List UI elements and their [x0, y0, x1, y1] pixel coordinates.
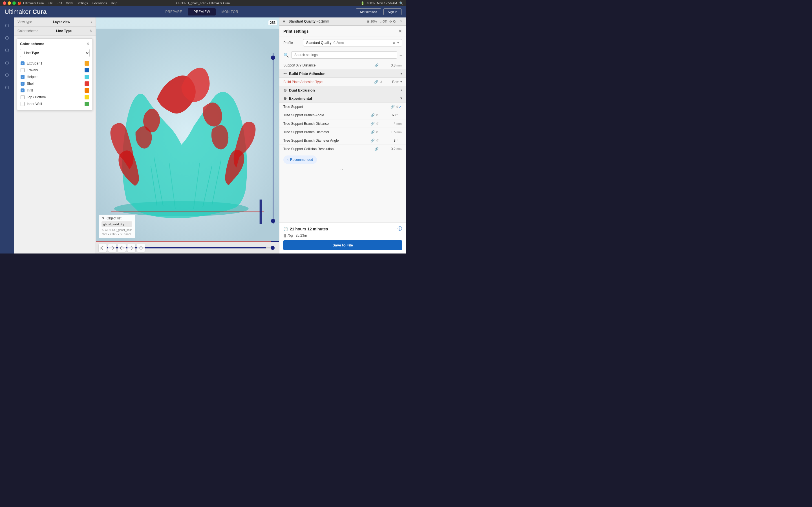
view-type-value[interactable]: Layer view [53, 20, 70, 24]
setting-unit-tree-collision: mm [396, 147, 402, 151]
object-list-toggle-icon: ▼ [101, 216, 105, 220]
chevron-down-icon[interactable]: ▾ [397, 41, 399, 45]
edit-icon: ✎ [101, 228, 104, 231]
tool-support[interactable]: ⬡ [2, 57, 12, 68]
nav-monitor[interactable]: MONITOR [216, 8, 244, 15]
toolbar-btn-2[interactable]: ⬡ [108, 244, 116, 252]
cs-checkbox-helpers[interactable] [20, 75, 24, 79]
support-icon: ⌂ [379, 20, 382, 23]
apple-menu[interactable]: 🍎 [17, 1, 21, 5]
cs-checkbox-infill[interactable] [20, 89, 24, 93]
marketplace-button[interactable]: Marketplace [356, 8, 381, 15]
reset-icon-tree[interactable]: ↺ [396, 105, 399, 109]
adhesion-dropdown-icon[interactable]: ▾ [400, 80, 402, 83]
reset-icon-adhesion[interactable]: ↺ [379, 80, 382, 84]
fullscreen-btn[interactable] [12, 1, 16, 5]
quality-edit-icon[interactable]: ✎ [400, 20, 403, 23]
setting-name-tree-angle: Tree Support Branch Angle [283, 113, 370, 117]
reset-icon-dia-angle[interactable]: ↺ [376, 138, 378, 143]
menu-edit[interactable]: Edit [57, 1, 62, 5]
minimize-btn[interactable] [8, 1, 11, 5]
link-icon-dia-angle[interactable]: 🔗 [370, 138, 375, 143]
link-icon-angle[interactable]: 🔗 [370, 113, 375, 117]
color-scheme-bar: Color scheme Line Type ✎ [14, 27, 96, 36]
main-layout: ⬡ ⬡ ⬡ ⬡ ⬡ ⬡ View type Layer view ‹ Color… [0, 17, 406, 253]
save-to-file-button[interactable]: Save to File [283, 240, 402, 250]
app-logo: Ultimaker Cura [4, 8, 47, 15]
setting-value-tree-distance[interactable]: 4 [378, 122, 396, 126]
print-time-label: 21 hours 12 minutes [290, 227, 328, 231]
link-icon-distance[interactable]: 🔗 [370, 122, 375, 126]
menu-settings[interactable]: Settings [77, 1, 88, 5]
search-settings-input[interactable] [291, 51, 397, 59]
section-chevron-experimental: ▾ [400, 96, 402, 100]
search-icon[interactable]: 🔍 [399, 1, 403, 5]
cs-swatch-travels [85, 68, 89, 72]
fill-grid-icon: ⊞ [367, 20, 369, 23]
section-build-plate-adhesion[interactable]: ⊹ Build Plate Adhesion ▾ [280, 69, 406, 78]
tool-extra[interactable]: ⬡ [2, 82, 12, 93]
reset-icon-diameter[interactable]: ↺ [376, 130, 378, 134]
color-scheme-value[interactable]: Line Type [56, 29, 71, 33]
setting-name-tree-diameter: Tree Support Branch Diameter [283, 130, 370, 134]
filter-icon[interactable]: ≡ [400, 52, 402, 57]
menu-help[interactable]: Help [111, 1, 117, 5]
object-dimensions: 76.9 x 206.5 x 50.6 mm [101, 232, 132, 236]
color-scheme-select[interactable]: Line Type Material Color Speed [20, 49, 90, 57]
link-icon-diameter[interactable]: 🔗 [370, 130, 375, 134]
setting-value-support-xy[interactable]: 0.8 [378, 63, 396, 67]
setting-tree-diameter-angle: Tree Support Branch Diameter Angle 🔗 ↺ 3… [280, 136, 406, 145]
setting-value-adhesion-type[interactable]: Brim [382, 80, 399, 84]
section-dual-extrusion[interactable]: ⊕ Dual Extrusion ‹ [280, 86, 406, 94]
menu-file[interactable]: File [48, 1, 53, 5]
view-panel-collapse[interactable]: ‹ [91, 20, 92, 24]
close-btn[interactable] [3, 1, 6, 5]
tool-color[interactable]: ⬡ [2, 70, 12, 80]
link-icon[interactable]: 🔗 [374, 63, 378, 67]
svg-point-10 [271, 55, 275, 60]
tool-xray[interactable]: ⬡ [2, 33, 12, 43]
menu-extensions[interactable]: Extensions [92, 1, 107, 5]
menu-app[interactable]: Ultimaker Cura [23, 1, 44, 5]
signin-button[interactable]: Sign in [384, 8, 402, 15]
recommended-button[interactable]: ‹ Recommended [283, 156, 317, 164]
info-icon[interactable]: ⓘ [398, 226, 402, 232]
cs-checkbox-shell[interactable] [20, 82, 24, 86]
nav-preview[interactable]: PREVIEW [188, 8, 216, 15]
cs-close-button[interactable]: ✕ [86, 41, 90, 46]
setting-value-tree-diameter-angle[interactable]: 3 [378, 138, 396, 143]
toolbar-btn-1[interactable]: ⬡ [99, 244, 107, 252]
toolbar-btn-5[interactable]: ⬡ [137, 244, 145, 252]
section-experimental[interactable]: ⊕ Experimental ▾ [280, 94, 406, 103]
cs-swatch-innerwall [85, 102, 89, 106]
cs-checkbox-extruder1[interactable] [20, 61, 24, 65]
tool-layers[interactable]: ⬡ [2, 45, 12, 55]
quality-label[interactable]: Standard Quality - 0.2mm [289, 19, 329, 23]
color-scheme-edit-icon[interactable]: ✎ [89, 29, 92, 33]
object-list-header[interactable]: ▼ Object list [101, 216, 132, 220]
cs-checkbox-innerwall[interactable] [20, 102, 24, 106]
link-icon-collision[interactable]: 🔗 [374, 147, 378, 151]
setting-value-tree-diameter[interactable]: 1.5 [378, 130, 396, 134]
toolbar-btn-4[interactable]: ⬡ [128, 244, 135, 252]
link-icon-tree[interactable]: 🔗 [391, 105, 395, 109]
reset-icon-angle[interactable]: ↺ [376, 113, 378, 117]
cs-checkbox-topbottom[interactable] [20, 95, 24, 99]
tree-support-checkbox[interactable]: ✓ [399, 105, 402, 109]
timeline-thumb[interactable] [271, 246, 274, 250]
setting-value-tree-collision[interactable]: 0.2 [378, 147, 396, 151]
reset-icon-distance[interactable]: ↺ [376, 122, 378, 126]
tool-solid-view[interactable]: ⬡ [2, 20, 12, 31]
profile-select[interactable]: Standard Quality- 0.2mm ★ ▾ [303, 39, 402, 47]
link-icon-adhesion[interactable]: 🔗 [374, 80, 378, 84]
section-icon-dual: ⊕ [283, 88, 287, 93]
cs-checkbox-travels[interactable] [20, 68, 24, 72]
print-settings-close-button[interactable]: ✕ [398, 29, 402, 34]
menu-view[interactable]: View [66, 1, 73, 5]
toolbar-btn-3[interactable]: ⬡ [118, 244, 126, 252]
object-list-item[interactable]: ghost_solid.obj [101, 221, 132, 227]
star-icon[interactable]: ★ [393, 41, 396, 45]
nav-prepare[interactable]: PREPARE [160, 8, 188, 15]
setting-value-tree-angle[interactable]: 60 [378, 113, 396, 117]
3d-viewport[interactable]: ▼ Object list ghost_solid.obj ✎ CE3PRO_g… [96, 17, 279, 253]
